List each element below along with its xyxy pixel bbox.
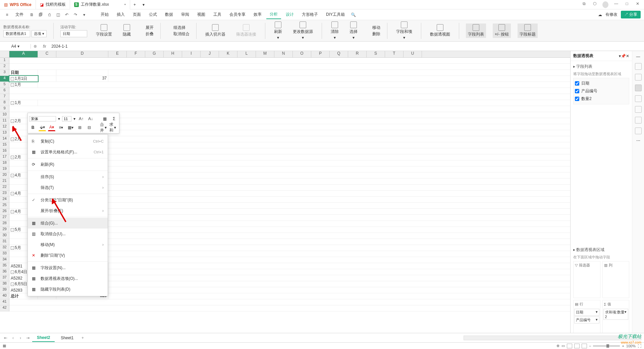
row-headers[interactable]: 1234567891011121314151617181920212223242… bbox=[0, 58, 9, 311]
col-header[interactable]: M bbox=[256, 51, 274, 57]
col-header[interactable]: A bbox=[9, 51, 38, 57]
col-header[interactable]: U bbox=[404, 51, 422, 57]
col-header[interactable]: I bbox=[182, 51, 201, 57]
options-dropdown[interactable]: 选项 ▾ bbox=[32, 30, 47, 37]
rail-minimize-icon[interactable]: — bbox=[636, 54, 640, 59]
status-icon[interactable]: ▦ bbox=[3, 344, 6, 348]
collapse-button[interactable]: 折叠 bbox=[140, 31, 154, 37]
horizontal-scrollbar[interactable] bbox=[464, 336, 641, 340]
menu-tools[interactable]: 工具 bbox=[210, 10, 225, 19]
ctx-sort[interactable]: 排序(S)› bbox=[28, 171, 108, 182]
clear-button[interactable]: 清除 ▾ bbox=[329, 21, 341, 41]
align-button[interactable]: ≡▾ bbox=[57, 124, 65, 131]
menu-review[interactable]: 审阅 bbox=[178, 10, 193, 19]
delete-button[interactable]: 删除 bbox=[366, 31, 380, 37]
sheet-tab[interactable]: Sheet2 bbox=[32, 334, 55, 342]
sheet-tab[interactable]: Sheet1 bbox=[56, 334, 78, 342]
field-checkbox[interactable] bbox=[575, 81, 579, 86]
undo-icon[interactable]: ↶ bbox=[63, 11, 70, 18]
zoom-in-icon[interactable]: + bbox=[622, 344, 624, 348]
field-headers-toggle[interactable]: 字段标题 bbox=[518, 23, 538, 38]
plus-minus-toggle[interactable]: +/- 按钮 bbox=[493, 23, 511, 38]
ctx-move[interactable]: 移动(M)› bbox=[28, 239, 108, 250]
phone-icon[interactable]: ▭ bbox=[561, 344, 565, 348]
col-header[interactable]: O bbox=[293, 51, 311, 57]
sheet-prev-icon[interactable]: ‹ bbox=[10, 336, 16, 340]
expand-button[interactable]: 展开 bbox=[140, 25, 154, 31]
sheet-first-icon[interactable]: ⇤ bbox=[3, 336, 9, 340]
ctx-field-settings[interactable]: ▦字段设置(N)... bbox=[28, 262, 108, 273]
saveas-icon[interactable]: 🗐 bbox=[37, 11, 44, 18]
row-zone-item[interactable]: 产品编号▾ bbox=[574, 316, 599, 323]
menu-formula[interactable]: 公式 bbox=[146, 10, 160, 19]
fullscreen-icon[interactable]: ⛶ bbox=[638, 344, 641, 348]
close-panel-icon[interactable]: ✕ bbox=[626, 54, 629, 58]
fields-items-button[interactable]: 字段和项 ▾ bbox=[394, 21, 414, 41]
col-header[interactable]: G bbox=[145, 51, 164, 57]
move-button[interactable]: 移动 bbox=[366, 25, 380, 31]
file-tab[interactable]: S 工作簿数量.xlsx • bbox=[70, 0, 130, 9]
menu-view[interactable]: 视图 bbox=[194, 10, 209, 19]
change-source-button[interactable]: 更改数据源 ▾ bbox=[291, 21, 315, 41]
menu-data[interactable]: 数据 bbox=[162, 10, 176, 19]
font-dropdown-icon[interactable]: ▾ bbox=[58, 116, 60, 121]
menu-squaregrid[interactable]: 方形格子 bbox=[299, 10, 321, 19]
redo-icon[interactable]: ↷ bbox=[72, 11, 79, 18]
col-header[interactable]: L bbox=[237, 51, 256, 57]
cancel-formula-icon[interactable]: ⊗ bbox=[31, 44, 40, 49]
window-close-icon[interactable]: ✕ bbox=[635, 1, 641, 8]
border-button[interactable]: ▦▾ bbox=[67, 124, 74, 131]
sum-button[interactable]: 求和▾ bbox=[109, 124, 116, 131]
increase-font-icon[interactable]: A↑ bbox=[77, 115, 85, 122]
col-header[interactable]: P bbox=[311, 51, 330, 57]
new-tab-button[interactable]: + bbox=[130, 2, 139, 7]
column-zone[interactable]: ▥列 bbox=[602, 261, 630, 298]
filter-zone[interactable]: ▽筛选器 bbox=[573, 261, 600, 298]
fill-color-button[interactable]: ⬙▾ bbox=[39, 124, 46, 131]
sheet-next-icon[interactable]: › bbox=[17, 336, 23, 340]
sheet-last-icon[interactable]: ⇥ bbox=[25, 336, 31, 340]
formula-input[interactable]: 2024-1-1 bbox=[49, 44, 69, 49]
zoom-slider[interactable] bbox=[593, 345, 620, 347]
reader-mode-icon[interactable]: ⊕ bbox=[556, 344, 559, 348]
ctx-pivot-options[interactable]: ▦数据透视表选项(O)... bbox=[28, 273, 108, 284]
field-list-toggle[interactable]: 字段列表 bbox=[466, 23, 486, 38]
pivot-chart-button[interactable]: 数据透视图 bbox=[428, 23, 452, 38]
ctx-refresh[interactable]: ⟳刷新(R) bbox=[28, 159, 108, 170]
font-size-input[interactable] bbox=[62, 116, 71, 121]
menu-diy[interactable]: DIY工具箱 bbox=[323, 10, 348, 19]
col-header[interactable]: K bbox=[219, 51, 237, 57]
rail-help-icon[interactable] bbox=[635, 128, 642, 134]
save-icon[interactable]: 🗎 bbox=[28, 11, 36, 18]
col-header[interactable]: H bbox=[164, 51, 182, 57]
group-select-button[interactable]: 组选择 bbox=[167, 25, 185, 31]
col-header[interactable]: J bbox=[201, 51, 219, 57]
view-break-icon[interactable] bbox=[582, 344, 587, 348]
value-zone-item[interactable]: 求和项:数量2▾ bbox=[603, 309, 629, 320]
app-tab[interactable]: ▧ WPS Office bbox=[0, 0, 36, 9]
menu-efficiency[interactable]: 效率 bbox=[250, 10, 265, 19]
active-field-input[interactable]: 日期 bbox=[60, 30, 87, 37]
menu-design[interactable]: 设计 bbox=[282, 10, 297, 19]
cell-reference[interactable]: A4 ▾ bbox=[0, 44, 31, 49]
autosum-icon[interactable]: Σ bbox=[110, 115, 118, 122]
rail-select-icon[interactable] bbox=[635, 63, 642, 70]
ctx-expand-collapse[interactable]: 展开/折叠(E)› bbox=[28, 205, 108, 216]
file-menu[interactable]: 文件 bbox=[12, 10, 27, 19]
decrease-font-icon[interactable]: A↓ bbox=[87, 115, 94, 122]
search-icon[interactable]: 🔍 bbox=[350, 11, 357, 18]
hamburger-icon[interactable]: ≡ bbox=[3, 11, 11, 18]
view-normal-icon[interactable] bbox=[567, 344, 572, 348]
insert-button[interactable]: ⊞ bbox=[76, 124, 84, 131]
rail-pivot-icon[interactable] bbox=[635, 85, 642, 91]
ungroup-button[interactable]: 取消组合 bbox=[167, 31, 190, 37]
window-minimize-icon[interactable]: — bbox=[613, 1, 619, 8]
col-header[interactable]: T bbox=[385, 51, 404, 57]
font-color-button[interactable]: A▾ bbox=[48, 124, 55, 131]
field-checkbox[interactable] bbox=[575, 97, 579, 101]
pin-icon[interactable]: 📌 bbox=[621, 54, 626, 58]
add-sheet-button[interactable]: + bbox=[79, 336, 86, 340]
window-duplicate-icon[interactable]: ⧉ bbox=[581, 1, 587, 8]
print-preview-icon[interactable]: ◫ bbox=[54, 11, 62, 18]
ctx-format-cells[interactable]: ▦设置单元格格式(F)...Ctrl+1 bbox=[28, 147, 108, 157]
